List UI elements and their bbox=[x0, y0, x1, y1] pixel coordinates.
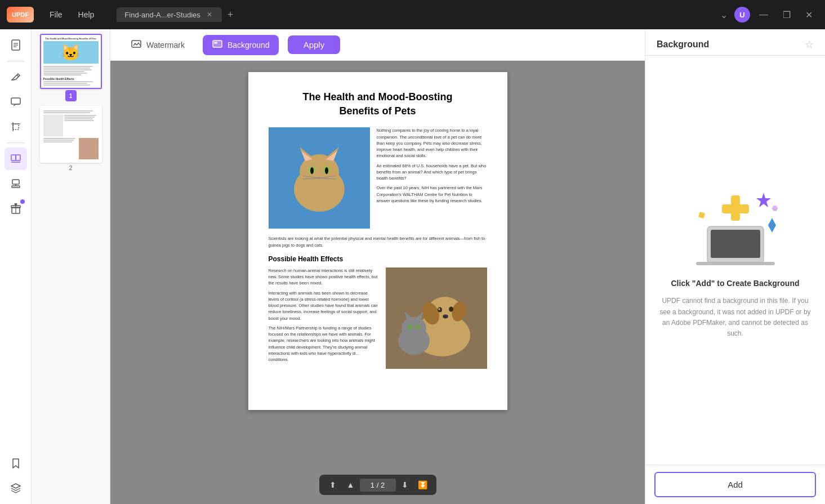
page-number-input[interactable] bbox=[360, 479, 396, 492]
tab-close-button[interactable]: ✕ bbox=[205, 10, 214, 19]
add-background-button[interactable]: Add bbox=[654, 472, 816, 497]
svg-rect-54 bbox=[696, 262, 775, 265]
svg-rect-5 bbox=[11, 98, 20, 104]
watermark-icon bbox=[131, 38, 142, 52]
pdf-caption: Scientists are looking at what the poten… bbox=[269, 235, 487, 248]
new-tab-button[interactable]: + bbox=[224, 8, 237, 22]
maximize-button[interactable]: ❒ bbox=[777, 7, 796, 23]
thumbnail-frame-1: The Health and Mood-Boosting Benefits of… bbox=[40, 34, 102, 89]
pdf-paragraph-1: Nothing compares to the joy of coming ho… bbox=[377, 127, 487, 159]
thumbnail-content-2 bbox=[41, 107, 101, 162]
right-panel-body: Click "Add" to Create Background UPDF ca… bbox=[645, 56, 825, 465]
sidebar-divider-2 bbox=[7, 142, 25, 143]
pdf-dog-image bbox=[386, 267, 487, 369]
thumbnail-item-1[interactable]: The Health and Mood-Boosting Benefits of… bbox=[36, 34, 105, 101]
svg-point-45 bbox=[443, 314, 448, 318]
svg-point-47 bbox=[402, 317, 426, 340]
first-page-button[interactable]: ⬆ bbox=[324, 475, 342, 495]
last-page-button[interactable]: ⏬ bbox=[414, 475, 432, 495]
sidebar-icon-stamp[interactable] bbox=[5, 172, 27, 195]
top-toolbar: Watermark Background Apply bbox=[110, 29, 645, 61]
tab-area: Find-and-A...er-Studies ✕ + bbox=[117, 7, 712, 22]
sidebar-icon-crop[interactable] bbox=[5, 115, 27, 138]
gift-badge bbox=[20, 199, 25, 204]
right-panel-header: Background ☆ bbox=[645, 29, 825, 56]
titlebar-right: ⌄ U — ❒ ✕ bbox=[717, 7, 818, 23]
file-menu[interactable]: File bbox=[43, 8, 69, 21]
sidebar-icon-comment[interactable] bbox=[5, 91, 27, 113]
close-button[interactable]: ✕ bbox=[800, 7, 818, 23]
svg-rect-56 bbox=[722, 204, 749, 213]
main-container: The Health and Mood-Boosting Benefits of… bbox=[0, 29, 825, 504]
pdf-section-title: Possible Health Effects bbox=[269, 255, 487, 263]
left-sidebar bbox=[0, 29, 32, 504]
thumbnail-content-1: The Health and Mood-Boosting Benefits of… bbox=[41, 35, 101, 88]
sidebar-icon-gift[interactable] bbox=[5, 197, 27, 220]
minimize-button[interactable]: — bbox=[753, 7, 774, 22]
titlebar-menu: File Help bbox=[43, 8, 101, 21]
svg-rect-13 bbox=[12, 186, 20, 188]
right-panel-footer: Add bbox=[645, 465, 825, 504]
thumb-img-1: 🐱 bbox=[43, 41, 99, 64]
right-panel-title: Background bbox=[657, 39, 709, 50]
thumb-col-2b bbox=[43, 138, 99, 159]
svg-rect-9 bbox=[11, 155, 16, 160]
svg-point-31 bbox=[325, 167, 328, 174]
svg-point-43 bbox=[449, 306, 453, 311]
svg-rect-59 bbox=[698, 212, 704, 218]
background-label: Background bbox=[228, 41, 270, 50]
next-page-button[interactable]: ⬇ bbox=[396, 475, 414, 495]
svg-marker-58 bbox=[768, 218, 776, 233]
app-logo: UPDF bbox=[7, 7, 34, 23]
background-icon bbox=[212, 38, 223, 52]
thumb-page-number-2: 2 bbox=[69, 164, 72, 171]
background-button[interactable]: Background bbox=[203, 35, 279, 55]
sidebar-icon-pages[interactable] bbox=[5, 148, 27, 170]
page-navigation: ⬆ ▲ ⬇ ⏬ bbox=[319, 475, 436, 495]
help-menu[interactable]: Help bbox=[72, 8, 101, 21]
pdf-text-block-1: Nothing compares to the joy of coming ho… bbox=[377, 127, 487, 229]
thumb-lines-1: Possible Health Effects bbox=[43, 66, 99, 86]
svg-rect-53 bbox=[711, 230, 760, 258]
pdf-cat-image bbox=[269, 127, 370, 229]
svg-marker-57 bbox=[756, 193, 771, 207]
sidebar-icon-bookmark[interactable] bbox=[5, 452, 27, 475]
illustration-area bbox=[679, 181, 792, 271]
right-panel: Background ☆ bbox=[645, 29, 825, 504]
tab-label: Find-and-A...er-Studies bbox=[124, 11, 200, 19]
svg-point-60 bbox=[772, 206, 778, 211]
svg-point-51 bbox=[416, 324, 420, 330]
content-area: Watermark Background Apply The Health an… bbox=[110, 29, 645, 504]
pdf-col1-p1: Research on human-animal interactions is… bbox=[269, 267, 379, 287]
svg-rect-10 bbox=[16, 155, 20, 160]
sidebar-icon-document[interactable] bbox=[5, 34, 27, 56]
svg-rect-20 bbox=[214, 42, 217, 44]
thumbnail-item-2[interactable]: 2 bbox=[36, 106, 105, 171]
svg-point-50 bbox=[408, 324, 412, 330]
svg-rect-19 bbox=[213, 41, 222, 47]
sidebar-icon-layers[interactable] bbox=[5, 477, 27, 499]
apply-button[interactable]: Apply bbox=[288, 35, 341, 54]
thumb-page-number-1: 1 bbox=[65, 90, 77, 101]
user-avatar[interactable]: U bbox=[734, 7, 750, 23]
sidebar-icon-edit[interactable] bbox=[5, 66, 27, 88]
watermark-button[interactable]: Watermark bbox=[122, 35, 194, 55]
thumb-lines-2 bbox=[43, 110, 99, 159]
pdf-col1-p2: Interacting with animals has been shown … bbox=[269, 290, 379, 322]
pdf-two-col: Research on human-animal interactions is… bbox=[269, 267, 487, 369]
svg-point-44 bbox=[438, 308, 440, 310]
svg-point-30 bbox=[310, 167, 314, 174]
svg-line-4 bbox=[17, 75, 19, 77]
pdf-paragraph-3: Over the past 10 years, NIH has partnere… bbox=[377, 185, 487, 204]
pdf-viewer[interactable]: The Health and Mood-BoostingBenefits of … bbox=[110, 61, 645, 504]
pdf-main-content: Nothing compares to the joy of coming ho… bbox=[269, 127, 487, 229]
window-dropdown-button[interactable]: ⌄ bbox=[717, 7, 731, 23]
thumb-title-1: The Health and Mood-Boosting Benefits of… bbox=[43, 37, 99, 40]
prev-page-button[interactable]: ▲ bbox=[342, 475, 360, 495]
document-tab[interactable]: Find-and-A...er-Studies ✕ bbox=[117, 7, 221, 22]
favorite-star-button[interactable]: ☆ bbox=[805, 38, 814, 51]
titlebar: UPDF File Help Find-and-A...er-Studies ✕… bbox=[0, 0, 825, 29]
right-panel-message: Click "Add" to Create Background bbox=[671, 278, 800, 289]
svg-rect-12 bbox=[12, 180, 19, 184]
pdf-page-1: The Health and Mood-BoostingBenefits of … bbox=[248, 72, 507, 410]
